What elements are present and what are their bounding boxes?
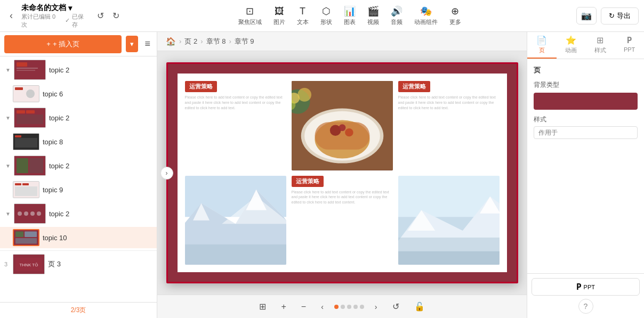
topic-thumb-2 <box>14 108 46 128</box>
prev-slide-button[interactable]: ‹ <box>317 300 328 313</box>
page-dot-3[interactable] <box>347 305 351 309</box>
page3-label: 页 3 <box>48 259 61 269</box>
chevron-down-icon: ▾ <box>68 4 72 12</box>
toolbar-left: ‹ 未命名的文档 ▾ 累计已编辑 0 次 ✓ 已保存 ↺ ↻ <box>5 3 123 29</box>
page-dot-4[interactable] <box>353 305 358 309</box>
ppt-tab-icon: P <box>627 35 632 45</box>
section-text-1: Please click here to add text content or… <box>185 95 286 110</box>
topic-parent-1[interactable]: ▼ topic 2 <box>0 56 157 83</box>
page3-item[interactable]: 3 THNK TŌ 页 3 <box>0 250 157 278</box>
svg-rect-28 <box>25 232 37 238</box>
canvas-area: 🏠 › 页 2 › 章节 8 › 章节 9 › 运营策略 Please clic… <box>157 32 527 318</box>
topic-child-1[interactable]: topic 6 <box>0 83 157 104</box>
export-ppt-button[interactable]: P PPT <box>532 278 640 296</box>
topic-child-3[interactable]: topic 9 <box>0 179 157 200</box>
text-label: 文本 <box>297 18 309 26</box>
audio-tool[interactable]: 🔊 音频 <box>387 3 407 28</box>
image-tool[interactable]: 🖼 图片 <box>269 4 289 28</box>
plus-icon: + <box>46 40 51 48</box>
video-tool[interactable]: 🎬 视频 <box>363 3 383 28</box>
chevron-icon: ▼ <box>5 163 11 169</box>
section-title-3: 运营策略 <box>398 81 430 92</box>
more-tool[interactable]: ⊕ 更多 <box>445 3 465 28</box>
animation-label: 动画组件 <box>414 18 438 26</box>
page-indicator <box>334 305 364 309</box>
insert-page-button[interactable]: + + 插入页 <box>4 35 122 53</box>
help-button[interactable]: ? <box>578 299 593 314</box>
lock-button[interactable]: 🔓 <box>410 299 429 314</box>
page-dot-5[interactable] <box>360 305 364 309</box>
svg-rect-52 <box>185 244 286 265</box>
topic-child-thumb-3 <box>13 181 39 198</box>
topic-parent-2[interactable]: ▼ topic 2 <box>0 104 157 131</box>
focus-area-tool[interactable]: ⊡ 聚焦区域 <box>234 3 266 28</box>
style-label: 样式 <box>534 115 638 124</box>
topic-parent-3[interactable]: ▼ topic 2 <box>0 152 157 179</box>
check-icon: ✓ <box>65 17 70 24</box>
bg-color-swatch[interactable] <box>534 93 638 110</box>
section-title-1: 运营策略 <box>185 81 217 92</box>
tab-ppt[interactable]: P PPT <box>615 32 644 59</box>
topic-label-1: topic 2 <box>49 66 69 74</box>
section-text-3: Please click here to add text content or… <box>398 95 500 110</box>
svg-rect-18 <box>15 183 21 185</box>
breadcrumb-home[interactable]: 🏠 <box>166 37 176 46</box>
page-dot-2[interactable] <box>341 305 345 309</box>
topic-group-1: ▼ topic 2 topic 6 <box>0 56 157 104</box>
topic-parent-4[interactable]: ▼ topic 2 <box>0 200 157 227</box>
grid-view-button[interactable]: ⊞ <box>255 299 270 314</box>
menu-button[interactable]: ≡ <box>142 36 152 52</box>
focus-area-label: 聚焦区域 <box>238 18 262 26</box>
style-tab-icon: ⊞ <box>597 35 603 45</box>
main-toolbar: ‹ 未命名的文档 ▾ 累计已编辑 0 次 ✓ 已保存 ↺ ↻ ⊡ 聚焦区域 🖼 … <box>0 0 644 32</box>
zoom-out-button[interactable]: − <box>297 300 310 314</box>
breadcrumb-chapter1[interactable]: 章节 8 <box>206 37 226 46</box>
breadcrumb-page[interactable]: 页 2 <box>184 37 197 46</box>
svg-rect-10 <box>17 115 43 124</box>
rotate-button[interactable]: ↺ <box>388 299 404 314</box>
svg-rect-20 <box>15 186 37 196</box>
tab-page[interactable]: 📄 页 <box>527 32 557 59</box>
shape-tool[interactable]: ⬡ 形状 <box>316 3 336 28</box>
ppt-tab-label: PPT <box>624 46 635 53</box>
doc-info: 未命名的文档 ▾ 累计已编辑 0 次 ✓ 已保存 <box>21 3 90 29</box>
camera-button[interactable]: 📷 <box>576 7 597 25</box>
text-tool[interactable]: T 文本 <box>293 4 313 28</box>
sidebar-toolbar: + + 插入页 ▾ ≡ <box>0 32 157 56</box>
tab-style[interactable]: ⊞ 样式 <box>586 32 615 59</box>
expand-button[interactable]: › <box>160 167 173 180</box>
page-dot-1[interactable] <box>334 305 339 309</box>
redo-button[interactable]: ↻ <box>109 9 123 23</box>
undo-button[interactable]: ↺ <box>94 9 107 23</box>
doc-subtitle: 累计已编辑 0 次 ✓ 已保存 <box>21 13 90 29</box>
right-content: 页 背景类型 样式 <box>527 59 644 273</box>
tab-animation[interactable]: ⭐ 动画 <box>557 32 586 59</box>
svg-point-25 <box>37 211 41 216</box>
page3-number: 3 <box>4 261 7 267</box>
topic-thumb-4 <box>14 203 46 224</box>
style-input[interactable] <box>534 126 638 139</box>
export-button[interactable]: ↻ 导出 <box>601 7 639 25</box>
topic-child-4[interactable]: topic 10 <box>0 227 157 248</box>
zoom-in-button[interactable]: + <box>277 300 290 314</box>
more-icon: ⊕ <box>451 5 459 17</box>
svg-rect-2 <box>17 68 38 69</box>
toolbar-center: ⊡ 聚焦区域 🖼 图片 T 文本 ⬡ 形状 📊 图表 🎬 视频 🔊 音频 🎭 <box>125 3 574 28</box>
slide-canvas[interactable]: › 运营策略 Please click here to add text con… <box>166 62 518 283</box>
doc-title-text: 未命名的文档 <box>21 3 66 13</box>
slide-section-1: 运营策略 Please click here to add text conte… <box>185 81 286 170</box>
topic-child-2[interactable]: topic 8 <box>0 131 157 152</box>
doc-title[interactable]: 未命名的文档 ▾ <box>21 3 90 13</box>
page-tab-icon: 📄 <box>536 35 547 45</box>
back-button[interactable]: ‹ <box>5 8 17 23</box>
animation-tool[interactable]: 🎭 动画组件 <box>410 3 442 28</box>
chevron-icon: ▼ <box>5 211 11 217</box>
svg-rect-9 <box>26 110 35 113</box>
insert-dropdown-button[interactable]: ▾ <box>126 36 138 52</box>
next-slide-button[interactable]: › <box>371 300 382 313</box>
style-tab-label: 样式 <box>594 46 606 54</box>
breadcrumb-chapter2[interactable]: 章节 9 <box>235 37 254 46</box>
chart-tool[interactable]: 📊 图表 <box>340 3 360 28</box>
edit-count: 累计已编辑 0 次 <box>21 13 63 29</box>
page-tab-label: 页 <box>539 46 545 54</box>
